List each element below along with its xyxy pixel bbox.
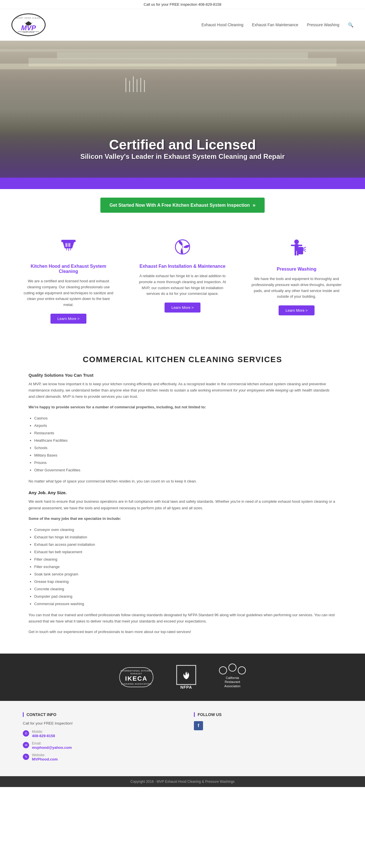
- contact-col: CONTACT INFO Call for your FREE Inspecti…: [23, 712, 171, 765]
- cra-circles: [219, 666, 246, 674]
- hero-section: Certified and Licensed Silicon Valley's …: [0, 41, 365, 178]
- list-item: Exhaust fan access panel installation: [34, 541, 336, 548]
- service-desc-pressure: We have the tools and equipment to thoro…: [251, 276, 342, 300]
- contact-website: ✎ Website: MVPhood.com: [23, 753, 171, 762]
- list-item: Exhaust fan belt replacement: [34, 548, 336, 556]
- svg-rect-15: [291, 245, 295, 246]
- nav-exhaust-hood[interactable]: Exhaust Hood Cleaning: [201, 23, 243, 27]
- contact-title: CONTACT INFO: [23, 712, 171, 717]
- properties-list: Casinos Airports Restaurants Healthcare …: [34, 414, 336, 474]
- svg-point-3: [27, 21, 30, 24]
- svg-rect-19: [299, 247, 303, 254]
- nav-pressure-washing[interactable]: Pressure Washing: [307, 23, 339, 27]
- svg-rect-7: [68, 243, 70, 247]
- svg-rect-6: [65, 243, 68, 247]
- cra-logo: CaliforniaRestaurantAssociation: [219, 666, 246, 688]
- nav: Exhaust Hood Cleaning Exhaust Fan Mainte…: [201, 22, 354, 28]
- service-desc-hood: We are a certified and licensed hood and…: [23, 278, 114, 308]
- hero-content: Certified and Licensed Silicon Valley's …: [0, 128, 365, 178]
- footer-logos: INTERNATIONAL KITCHEN EXHAUST IKECA CLEA…: [0, 654, 365, 701]
- cra-circle-1: [219, 666, 227, 674]
- svg-rect-14: [295, 244, 299, 251]
- website-label: Website:: [32, 753, 58, 757]
- list-item: Exhaust fan hinge kit installation: [34, 533, 336, 541]
- service-card-hood: Kitchen Hood and Exhaust System Cleaning…: [17, 233, 120, 329]
- contact-email: ✉ Email: mvphood@yahoo.com: [23, 741, 171, 750]
- quality-title: Quality Solutions You Can Trust: [29, 373, 336, 377]
- email-icon: ✉: [23, 742, 29, 748]
- website-value: MVPhood.com: [32, 757, 58, 762]
- svg-line-20: [303, 247, 306, 248]
- copyright-bar: Copyright 2018 - MVP Exhaust Hood Cleani…: [0, 776, 365, 787]
- list-item: Filter exchange: [34, 563, 336, 570]
- list-item: Restaurants: [34, 429, 336, 437]
- mobile-value: 408-829-8158: [32, 734, 55, 738]
- service-title-hood: Kitchen Hood and Exhaust System Cleaning: [23, 264, 114, 274]
- pressure-svg: [286, 238, 307, 258]
- svg-rect-16: [298, 245, 302, 246]
- logo-mvp-text: MVP: [21, 25, 36, 31]
- cra-text: CaliforniaRestaurantAssociation: [224, 676, 240, 688]
- list-item: Casinos: [34, 414, 336, 422]
- hero-subtitle: Silicon Valley's Leader in Exhaust Syste…: [0, 153, 365, 160]
- learn-more-fan[interactable]: Learn More >: [164, 303, 201, 312]
- cta-button[interactable]: Get Started Now With A Free Kitchen Exha…: [100, 197, 265, 213]
- ikeca-badge: INTERNATIONAL KITCHEN EXHAUST IKECA CLEA…: [119, 667, 153, 687]
- svg-rect-17: [295, 250, 296, 255]
- properties-intro: We're happy to provide services for a nu…: [29, 404, 336, 410]
- fan-icon: [137, 238, 228, 259]
- logo-pressure-text: PRESSURE WASHING: [18, 31, 39, 32]
- header: EXHAUST HOOD CLEANING MVP CERTIFIED PRES…: [0, 9, 365, 41]
- contact-mobile: ✆ Mobile: 408-829-8158: [23, 730, 171, 738]
- website-icon: ✎: [23, 754, 29, 760]
- mobile-label: Mobile:: [32, 730, 55, 734]
- list-item: Soak tank service program: [34, 570, 336, 578]
- list-item: Healthcare Facilities: [34, 437, 336, 444]
- list-item: Airports: [34, 422, 336, 429]
- hood-icon: [23, 238, 114, 259]
- quality-p1: At MVP, we know how important it is to k…: [29, 381, 336, 400]
- svg-point-12: [182, 246, 183, 248]
- hero-title: Certified and Licensed: [0, 137, 365, 153]
- learn-more-pressure[interactable]: Learn More >: [279, 305, 314, 315]
- service-card-pressure: Pressure Washing We have the tools and e…: [245, 233, 348, 329]
- nfpa-badge: [176, 665, 196, 685]
- closing-text: Get in touch with our experienced team o…: [29, 629, 336, 635]
- logo-exhaust-text: EXHAUST HOOD CLEANING: [12, 17, 44, 19]
- nfpa-logo: NFPA: [176, 665, 196, 689]
- logo: EXHAUST HOOD CLEANING MVP CERTIFIED PRES…: [11, 13, 45, 36]
- ikeca-logo: INTERNATIONAL KITCHEN EXHAUST IKECA CLEA…: [119, 667, 153, 687]
- svg-rect-18: [297, 250, 299, 255]
- facebook-button[interactable]: f: [194, 721, 203, 730]
- cra-circle-2: [229, 663, 236, 672]
- top-bar: Call us for your FREE inspection 408-829…: [0, 0, 365, 9]
- top-bar-text: Call us for your FREE inspection 408-829…: [144, 2, 221, 6]
- commercial-section: COMMERCIAL KITCHEN CLEANING SERVICES Qua…: [0, 341, 365, 654]
- learn-more-hood[interactable]: Learn More >: [51, 314, 86, 323]
- fan-svg: [173, 238, 192, 255]
- specialties-intro: Some of the many jobs that we specialize…: [29, 516, 336, 522]
- email-label: Email:: [32, 741, 72, 745]
- list-item: Filter cleaning: [34, 556, 336, 563]
- list-item: Dumpster pad cleaning: [34, 593, 336, 600]
- list-item: Concrete cleaning: [34, 585, 336, 593]
- hood-svg: [58, 238, 79, 255]
- search-icon[interactable]: 🔍: [348, 22, 354, 28]
- no-matter-text: No matter what type of space your commer…: [29, 478, 336, 485]
- phone-icon: ✆: [23, 730, 29, 737]
- any-job-p1: We work hard to ensure that your busines…: [29, 498, 336, 511]
- list-item: Conveyor oven cleaning: [34, 526, 336, 533]
- service-title-fan: Exhaust Fan Installation & Maintenance: [137, 264, 228, 269]
- list-item: Prisons: [34, 459, 336, 466]
- service-card-fan: Exhaust Fan Installation & Maintenance A…: [131, 233, 234, 329]
- follow-title: FOLLOW US: [194, 712, 342, 717]
- svg-rect-4: [61, 240, 75, 242]
- nav-exhaust-fan[interactable]: Exhaust Fan Maintenance: [252, 23, 298, 27]
- bottom-footer: CONTACT INFO Call for your FREE Inspecti…: [0, 701, 365, 776]
- cra-badge: CaliforniaRestaurantAssociation: [219, 666, 246, 688]
- purple-bar: [0, 178, 365, 189]
- follow-col: FOLLOW US f: [194, 712, 342, 765]
- list-item: Commercial pressure washing: [34, 600, 336, 608]
- trust-text: You can trust that our trained and certi…: [29, 612, 336, 624]
- service-desc-fan: A reliable exhaust fan hinge kit is an i…: [137, 273, 228, 297]
